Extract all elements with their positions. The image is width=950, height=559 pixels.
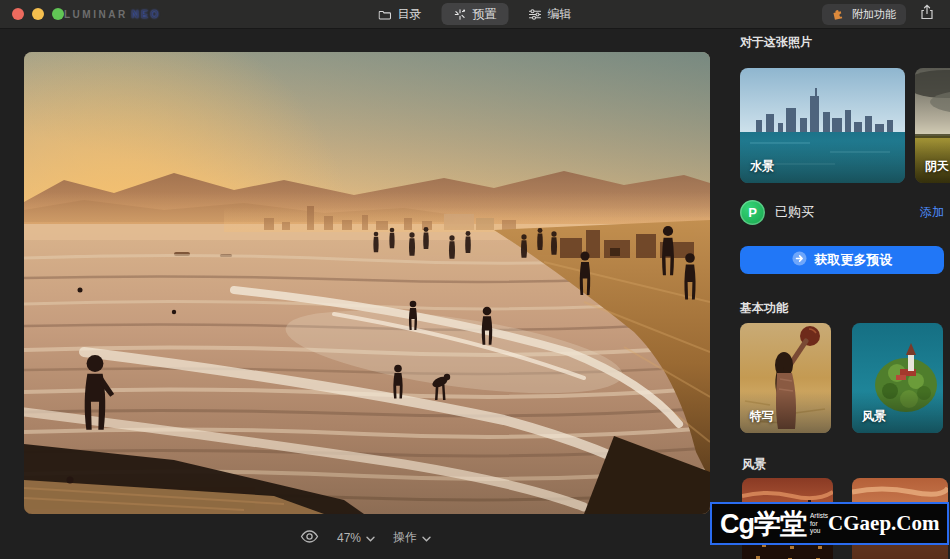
chevron-down-icon	[422, 531, 431, 545]
purchased-row: P 已购买 添加	[740, 199, 944, 225]
photo-canvas[interactable]	[24, 52, 710, 514]
app-logo: LUMINARNEO	[64, 9, 161, 20]
section-heading-landscape: 风景	[742, 456, 766, 473]
get-more-presets-button[interactable]: 获取更多预设	[740, 246, 944, 274]
section-heading-for-this-photo: 对于这张照片	[740, 34, 812, 51]
watermark-tagline: Artists for you	[810, 512, 828, 535]
puzzle-icon	[832, 7, 846, 22]
actions-label: 操作	[393, 529, 417, 546]
traffic-lights	[12, 8, 64, 20]
pack-badge-letter: P	[748, 205, 757, 220]
tab-catalog-label: 目录	[398, 6, 422, 23]
get-more-presets-label: 获取更多预设	[815, 251, 893, 269]
preset-card-closeup[interactable]: 特写	[740, 323, 831, 433]
preset-label: 特写	[750, 408, 774, 425]
share-button[interactable]	[918, 5, 936, 23]
tab-presets[interactable]: 预置	[442, 3, 509, 25]
compare-eye-button[interactable]	[300, 530, 319, 546]
share-icon	[920, 4, 934, 24]
minimize-button[interactable]	[32, 8, 44, 20]
eye-icon	[300, 530, 319, 546]
tab-edit-label: 编辑	[548, 6, 572, 23]
close-button[interactable]	[12, 8, 24, 20]
beach-sunset-photo	[24, 52, 710, 514]
watermark-site: CGaep.Com	[828, 511, 939, 536]
fullscreen-button[interactable]	[52, 8, 64, 20]
folder-icon	[379, 9, 392, 20]
extras-button-label: 附加功能	[852, 7, 896, 22]
sliders-icon	[529, 9, 542, 20]
sparkles-icon	[454, 8, 467, 21]
arrow-right-circle-icon	[792, 251, 807, 269]
app-logo-neo: NEO	[132, 9, 161, 20]
zoom-value: 47%	[337, 531, 361, 545]
view-controls: 47% 操作	[300, 529, 431, 546]
purchased-label: 已购买	[775, 203, 814, 221]
title-bar: LUMINARNEO 目录 预置	[0, 0, 950, 29]
tab-presets-label: 预置	[473, 6, 497, 23]
presets-pack-icon: P	[740, 200, 765, 225]
zoom-dropdown[interactable]: 47%	[337, 531, 375, 545]
add-link[interactable]: 添加	[920, 204, 944, 221]
watermark-logo: Cg学堂	[720, 506, 806, 542]
watermark-banner: Cg学堂 Artists for you CGaep.Com	[710, 502, 949, 545]
extras-button[interactable]: 附加功能	[822, 4, 906, 25]
chevron-down-icon	[366, 531, 375, 545]
preset-label: 风景	[862, 408, 886, 425]
section-heading-basic: 基本功能	[740, 300, 788, 317]
tab-edit[interactable]: 编辑	[517, 3, 584, 25]
preset-card-waterscape[interactable]: 水景	[740, 68, 905, 183]
preset-label: 水景	[750, 158, 774, 175]
actions-dropdown[interactable]: 操作	[393, 529, 431, 546]
luminar-neo-window: LUMINARNEO 目录 预置	[0, 0, 950, 559]
main-tabs: 目录 预置	[367, 3, 584, 25]
preset-label: 阴天	[925, 158, 949, 175]
preset-card-cloudy[interactable]: 阴天	[915, 68, 950, 183]
tab-catalog[interactable]: 目录	[367, 3, 434, 25]
preset-card-landscape[interactable]: 风景	[852, 323, 943, 433]
